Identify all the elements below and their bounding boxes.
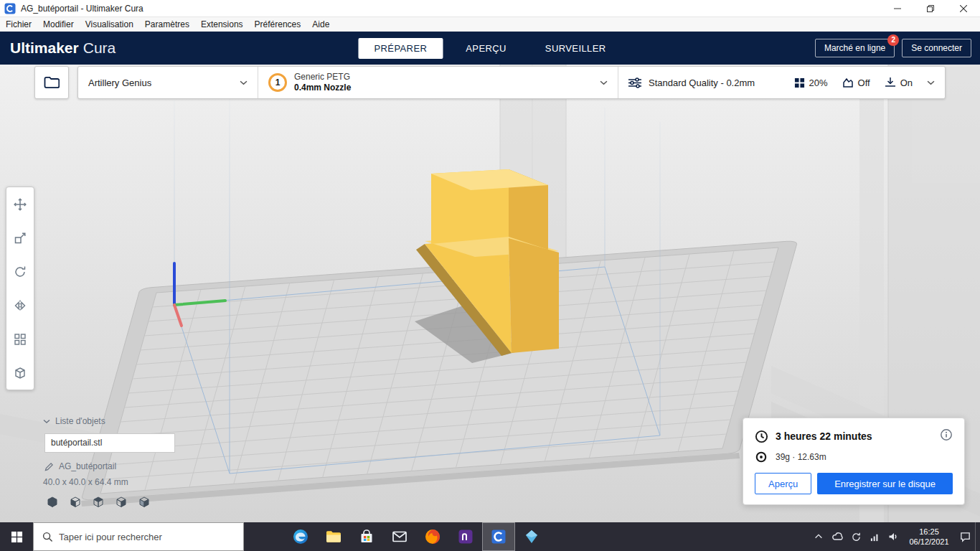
menu-aide[interactable]: Aide [306,17,335,32]
menu-preferences[interactable]: Préférences [249,17,307,32]
infill-value: 20% [809,77,828,88]
menu-visualisation[interactable]: Visualisation [80,17,139,32]
view-top-icon [91,495,105,509]
mirror-tool-button[interactable] [6,288,34,322]
search-icon [42,532,53,542]
purple-n-app-icon [457,528,474,545]
taskbar-search[interactable] [33,522,244,551]
taskbar-notepad-button[interactable] [449,522,482,551]
clock-icon [755,430,768,443]
menu-bar: Fichier Modifier Visualisation Paramètre… [0,17,980,32]
mail-icon [391,528,408,545]
start-button[interactable] [0,522,33,551]
scale-tool-button[interactable] [6,221,34,255]
firefox-icon [424,528,441,545]
printer-name: Artillery Genius [88,77,151,88]
sync-icon [851,532,862,542]
taskbar-cura-button[interactable] [482,522,515,551]
tab-preview[interactable]: APERÇU [450,38,522,59]
windows-logo-icon [11,531,23,543]
menu-modifier[interactable]: Modifier [37,17,80,32]
view-front-icon [68,495,83,509]
view-top-button[interactable] [90,494,106,510]
taskbar-clock[interactable]: 16:25 06/12/2021 [903,527,955,547]
taskbar-edge-button[interactable] [284,522,317,551]
marketplace-label: Marché en ligne [824,43,885,53]
view-3d-button[interactable] [44,494,60,510]
view-left-button[interactable] [113,494,129,510]
chevron-down-icon [43,419,50,424]
brand-logo: UltimakerCura [10,39,116,57]
taskbar-3d-app-button[interactable] [515,522,548,551]
windows-taskbar: 16:25 06/12/2021 [0,522,980,551]
marketplace-badge: 2 [887,34,899,46]
camera-view-buttons [44,494,175,510]
rotate-tool-button[interactable] [6,255,34,288]
adhesion-setting: On [885,77,913,88]
sign-in-button[interactable]: Se connecter [902,39,971,57]
infill-icon [794,77,805,88]
object-list-item[interactable]: butéportail.stl [44,433,175,453]
extruder-number: 1 [275,77,281,88]
maximize-button[interactable] [914,0,947,17]
support-blocker-icon [14,367,27,380]
menu-extensions[interactable]: Extensions [195,17,249,32]
per-model-settings-button[interactable] [6,322,34,356]
tab-prepare[interactable]: PRÉPARER [358,38,443,59]
printer-selector[interactable]: Artillery Genius [78,67,258,98]
print-summary-card: 3 heures 22 minutes 39g · 12.63m Aperçu … [743,418,965,505]
show-desktop-button[interactable] [975,522,979,551]
object-list-title: Liste d'objets [55,416,105,426]
tray-volume-button[interactable] [885,522,902,551]
clock-time: 16:25 [903,527,955,537]
folder-icon [44,76,60,89]
model-rename[interactable]: AG_butéportail [44,461,175,471]
menu-parametres[interactable]: Paramètres [139,17,195,32]
tab-monitor[interactable]: SURVEILLER [529,38,622,59]
microsoft-store-icon [358,528,375,545]
object-list-toggle[interactable]: Liste d'objets [43,416,175,426]
extruder-1-icon: 1 [268,73,287,92]
per-model-settings-icon [14,333,27,346]
menu-fichier[interactable]: Fichier [0,17,37,32]
taskbar-store-button[interactable] [350,522,383,551]
adhesion-value: On [900,77,913,88]
search-input[interactable] [59,532,224,542]
marketplace-button[interactable]: Marché en ligne 2 [815,39,895,57]
minimize-icon [894,5,901,12]
view-right-button[interactable] [136,494,152,510]
tray-expand-button[interactable] [810,522,827,551]
tray-onedrive-button[interactable] [829,522,846,551]
view-right-icon [137,495,151,509]
view-front-button[interactable] [67,494,83,510]
action-center-button[interactable] [956,522,974,551]
preview-button[interactable]: Aperçu [755,473,811,494]
clock-date: 06/12/2021 [903,537,955,547]
taskbar-mail-button[interactable] [383,522,416,551]
window-title: AG_butéportail - Ultimaker Cura [21,4,143,14]
support-value: Off [858,77,870,88]
cloud-icon [831,531,843,542]
close-button[interactable] [947,0,980,17]
tool-column [6,187,34,390]
mirror-tool-icon [14,299,27,312]
material-spool-icon [755,451,767,463]
sliders-icon [628,77,641,88]
taskbar-explorer-button[interactable] [317,522,350,551]
object-list-panel: Liste d'objets butéportail.stl AG_butépo… [43,416,175,510]
model-dimensions: 40.0 x 40.0 x 64.4 mm [43,477,175,487]
material-selector[interactable]: 1 Generic PETG 0.4mm Nozzle [258,67,618,98]
tray-sync-button[interactable] [847,522,864,551]
print-info-button[interactable] [940,428,953,444]
tray-network-button[interactable] [866,522,883,551]
open-file-button[interactable] [34,66,69,99]
sign-in-label: Se connecter [911,43,962,53]
print-settings-selector[interactable]: Standard Quality - 0.2mm 20% Off On [618,67,945,98]
minimize-button[interactable] [881,0,914,17]
move-tool-button[interactable] [6,187,34,221]
taskbar-firefox-button[interactable] [416,522,449,551]
infill-setting: 20% [794,77,828,88]
support-blocker-button[interactable] [6,356,34,390]
chevron-down-icon [927,80,935,85]
save-to-disk-button[interactable]: Enregistrer sur le disque [817,473,953,494]
